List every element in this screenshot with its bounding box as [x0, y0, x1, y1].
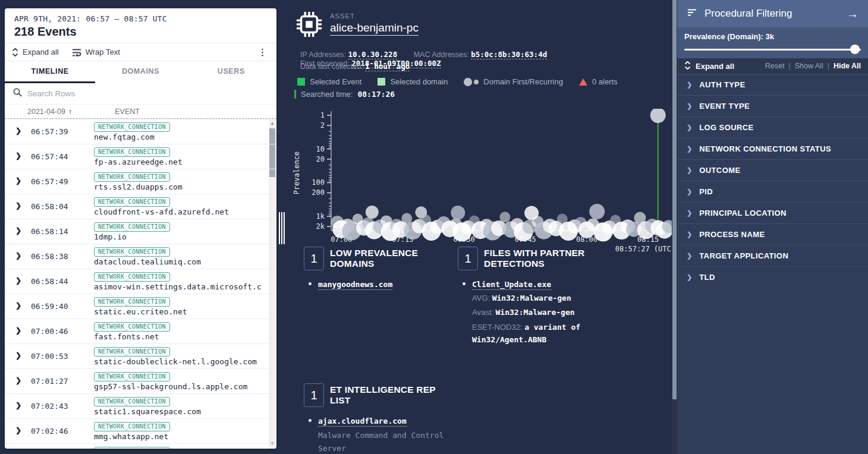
- row-expand-icon[interactable]: ❯: [15, 301, 21, 310]
- search-rows-input[interactable]: [27, 89, 268, 98]
- tab-timeline[interactable]: TIMELINE: [5, 61, 95, 83]
- event-domain: rts.ssl2.duapps.com: [94, 182, 183, 191]
- event-domain: fast.fonts.net: [94, 332, 159, 341]
- timeline-row[interactable]: ❯07:02:46NETWORK_CONNECTIONmmg.whatsapp.…: [5, 418, 276, 443]
- asset-name-link[interactable]: alice-benjamin-pc: [330, 21, 419, 36]
- filter-category-auth-type[interactable]: ❯AUTH TYPE: [677, 74, 868, 95]
- row-expand-icon[interactable]: ❯: [15, 251, 21, 260]
- prevalence-slider[interactable]: [684, 49, 861, 51]
- selected-domain-bubble[interactable]: [650, 109, 666, 123]
- timeline-row[interactable]: ❯07:00:53NETWORK_CONNECTIONstatic-double…: [5, 343, 276, 368]
- timeline-row[interactable]: ❯06:57:44NETWORK_CONNECTIONfp-as.azureed…: [5, 144, 276, 169]
- filter-category-event-type[interactable]: ❯EVENT TYPE: [677, 95, 868, 116]
- filters-expand-all-button[interactable]: Expand all: [684, 61, 734, 71]
- show-all-button[interactable]: Show All: [795, 62, 823, 70]
- card-count-badge: 1: [304, 247, 324, 270]
- row-expand-icon[interactable]: ❯: [15, 201, 21, 210]
- timeline-row[interactable]: ❯06:58:44NETWORK_CONNECTIONasimov-win.se…: [5, 269, 276, 294]
- domain-bubble[interactable]: [589, 204, 605, 219]
- event-type-badge: NETWORK_CONNECTION: [94, 372, 170, 382]
- expand-all-icon: [12, 48, 18, 56]
- filter-category-log-source[interactable]: ❯LOG SOURCE: [677, 116, 868, 138]
- timeline-row[interactable]: ❯06:59:40NETWORK_CONNECTIONstatic.eu.cri…: [5, 294, 276, 319]
- expand-all-button[interactable]: Expand all: [12, 48, 59, 56]
- wrap-text-label: Wrap Text: [86, 48, 120, 56]
- chip-icon: [295, 11, 323, 40]
- collected-value[interactable]: 1 hour ago: [365, 62, 410, 71]
- row-expand-icon[interactable]: ❯: [15, 276, 21, 285]
- chevron-right-icon: ❯: [687, 252, 692, 260]
- collapse-panel-icon[interactable]: →: [847, 7, 858, 21]
- event-time: 06:58:44: [31, 277, 68, 286]
- pane-resize-handle[interactable]: [279, 212, 286, 244]
- data-collected-row: Data last collected: 1 hour ago: [300, 62, 410, 71]
- timeline-row[interactable]: ❯06:57:49NETWORK_CONNECTIONrts.ssl2.duap…: [5, 169, 276, 194]
- filter-category-outcome[interactable]: ❯OUTCOME: [677, 159, 868, 181]
- wrap-text-icon: [72, 48, 81, 56]
- filter-category-network-connection-status[interactable]: ❯NETWORK CONNECTION STATUS: [677, 138, 868, 159]
- timeline-row[interactable]: ❯07:01:27NETWORK_CONNECTIONgsp57-ssl-bac…: [5, 368, 276, 393]
- card-item-link[interactable]: manygoodnews.com: [318, 280, 392, 290]
- filter-category-target-application[interactable]: ❯TARGET APPLICATION: [677, 245, 868, 266]
- main-scrollbar-thumb[interactable]: [672, 0, 677, 399]
- filter-category-label: LOG SOURCE: [699, 123, 753, 132]
- timeline-row[interactable]: ❯07:00:46NETWORK_CONNECTIONfast.fonts.ne…: [5, 319, 276, 343]
- filter-actions: Reset|Show All|Hide All: [765, 62, 861, 70]
- detection-detail: Avast: Win32:Malware-gen: [472, 306, 636, 319]
- domain-bubble[interactable]: [499, 212, 510, 222]
- row-expand-icon[interactable]: ❯: [15, 401, 21, 409]
- row-expand-icon[interactable]: ❯: [15, 326, 21, 335]
- tab-domains[interactable]: DOMAINS: [95, 61, 185, 83]
- row-expand-icon[interactable]: ❯: [15, 376, 21, 384]
- tab-users[interactable]: USERS: [186, 61, 276, 83]
- timeline-row[interactable]: ❯06:57:39NETWORK_CONNECTIONnew.fqtag.com: [5, 119, 276, 144]
- date-column-header[interactable]: 2021-04-09 ↑: [27, 108, 72, 116]
- row-expand-icon[interactable]: ❯: [15, 176, 21, 185]
- domain-bubble[interactable]: [451, 206, 465, 220]
- filter-category-pid[interactable]: ❯PID: [677, 181, 868, 202]
- event-type-badge: NETWORK_CONNECTION: [94, 447, 170, 449]
- row-expand-icon[interactable]: ❯: [15, 152, 21, 160]
- mac-value[interactable]: b5:0c:8b:30:63:4d: [471, 50, 547, 59]
- svg-text:1: 1: [320, 111, 325, 119]
- chevron-right-icon: ❯: [687, 273, 692, 281]
- expand-all-label: Expand all: [23, 48, 59, 56]
- ip-value[interactable]: 10.0.30.228: [348, 50, 397, 59]
- mac-label: MAC Addresses:: [414, 51, 469, 59]
- event-column-header: EVENT: [115, 108, 140, 116]
- timeline-row[interactable]: ❯06:58:14NETWORK_CONNECTION1dmp.io: [5, 219, 276, 244]
- filter-category-tld[interactable]: ❯TLD: [677, 266, 868, 288]
- timeline-row[interactable]: ❯06:58:04NETWORK_CONNECTIONcloudfront-vs…: [5, 194, 276, 219]
- row-expand-icon[interactable]: ❯: [15, 226, 21, 235]
- event-time: 07:00:53: [31, 352, 68, 361]
- timeline-row[interactable]: NETWORK_CONNECTION: [5, 443, 276, 449]
- prevalence-slider-knob[interactable]: [850, 45, 860, 54]
- event-type-badge: NETWORK_CONNECTION: [94, 272, 170, 282]
- hide-all-button[interactable]: Hide All: [834, 62, 861, 70]
- filter-category-label: AUTH TYPE: [699, 80, 745, 89]
- card-item-link[interactable]: ajax.cloudflare.com: [318, 417, 407, 427]
- prevalence-chart: 1210201002001k2k07:0007:1507:3007:4508:0…: [291, 109, 677, 257]
- timeline-row[interactable]: ❯07:02:43NETWORK_CONNECTIONstatic1.squar…: [5, 393, 276, 418]
- overflow-menu-icon[interactable]: ⋮: [256, 47, 269, 58]
- filter-category-label: PID: [699, 187, 713, 196]
- event-type-badge: NETWORK_CONNECTION: [94, 222, 170, 232]
- event-time: 07:00:46: [31, 327, 68, 336]
- row-expand-icon[interactable]: ❯: [15, 127, 21, 135]
- reset-button[interactable]: Reset: [765, 62, 785, 70]
- selected-event-swatch: [297, 78, 305, 86]
- row-expand-icon[interactable]: ❯: [15, 351, 21, 360]
- card-item-link[interactable]: Client_Update.exe: [472, 280, 551, 290]
- time-range-label: APR 9TH, 2021: 06:57 – 08:57 UTC: [14, 14, 267, 23]
- bullet-icon: [463, 282, 466, 285]
- filter-category-process-name[interactable]: ❯PROCESS NAME: [677, 223, 868, 245]
- row-expand-icon[interactable]: ❯: [15, 426, 21, 434]
- chevron-right-icon: ❯: [687, 188, 692, 196]
- event-domain: asimov-win.settings.data.microsoft.com.a…: [94, 282, 262, 291]
- filter-category-principal-location[interactable]: ❯PRINCIPAL LOCATION: [677, 202, 868, 223]
- domain-bubble[interactable]: [366, 206, 379, 219]
- wrap-text-button[interactable]: Wrap Text: [72, 48, 120, 56]
- timeline-row[interactable]: ❯06:58:38NETWORK_CONNECTIONdatacloud.tea…: [5, 244, 276, 269]
- detection-detail: ESET-NOD32: a variant of Win32/Agent.ABN…: [472, 321, 636, 346]
- main-scrollbar[interactable]: [672, 0, 677, 454]
